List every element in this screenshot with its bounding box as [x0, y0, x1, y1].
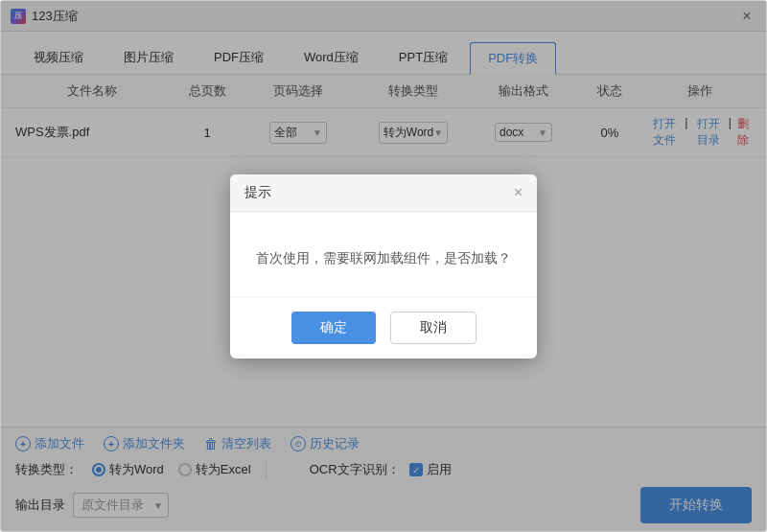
- dialog-title-bar: 提示 ×: [230, 174, 537, 212]
- dialog: 提示 × 首次使用，需要联网加载组件，是否加载？ 确定 取消: [230, 174, 537, 359]
- confirm-button[interactable]: 确定: [291, 312, 376, 344]
- dialog-body: 首次使用，需要联网加载组件，是否加载？: [230, 212, 537, 296]
- dialog-message: 首次使用，需要联网加载组件，是否加载？: [256, 250, 511, 266]
- cancel-button[interactable]: 取消: [390, 312, 476, 344]
- dialog-overlay: 提示 × 首次使用，需要联网加载组件，是否加载？ 确定 取消: [1, 1, 766, 531]
- dialog-footer: 确定 取消: [230, 296, 537, 359]
- main-window: 压 123压缩 × 视频压缩 图片压缩 PDF压缩 Word压缩 PPT压缩 P…: [0, 0, 767, 532]
- dialog-close-button[interactable]: ×: [514, 185, 523, 200]
- dialog-title: 提示: [244, 184, 271, 201]
